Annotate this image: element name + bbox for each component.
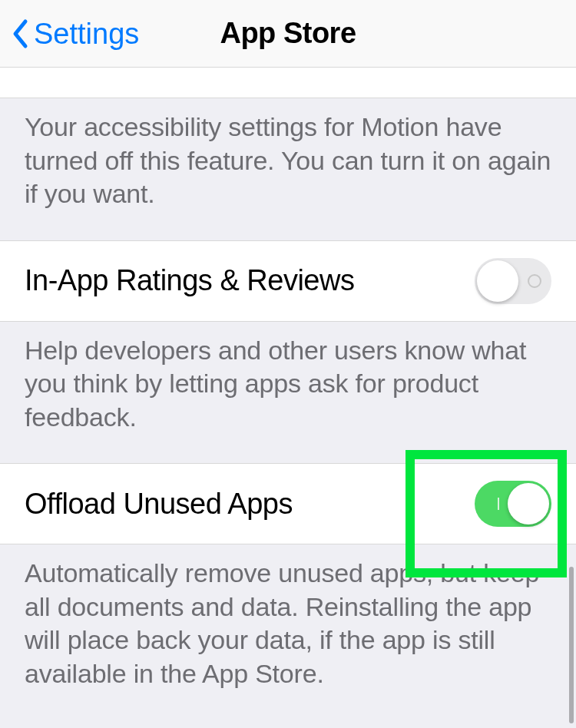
content: Video Autoplay On Your accessibility set… (0, 68, 576, 720)
page-title: App Store (220, 17, 356, 50)
switch-knob (508, 483, 549, 524)
back-label: Settings (34, 18, 139, 51)
navigation-bar: Settings App Store (0, 0, 576, 68)
motion-footer: Your accessibility settings for Motion h… (0, 98, 576, 240)
back-button[interactable]: Settings (9, 0, 139, 68)
ratings-footer: Help developers and other users know wha… (0, 322, 576, 464)
video-autoplay-row[interactable]: Video Autoplay On (0, 68, 576, 98)
scrollbar[interactable] (569, 567, 574, 723)
switch-knob (477, 260, 518, 302)
offload-label: Offload Unused Apps (25, 488, 293, 521)
ratings-reviews-label: In-App Ratings & Reviews (25, 264, 354, 297)
ratings-reviews-row: In-App Ratings & Reviews (0, 240, 576, 322)
ratings-reviews-switch[interactable] (475, 258, 551, 304)
offload-footer: Automatically remove unused apps, but ke… (0, 544, 576, 720)
offload-row: Offload Unused Apps (0, 463, 576, 544)
chevron-left-icon (9, 17, 31, 51)
offload-switch[interactable] (475, 481, 551, 527)
